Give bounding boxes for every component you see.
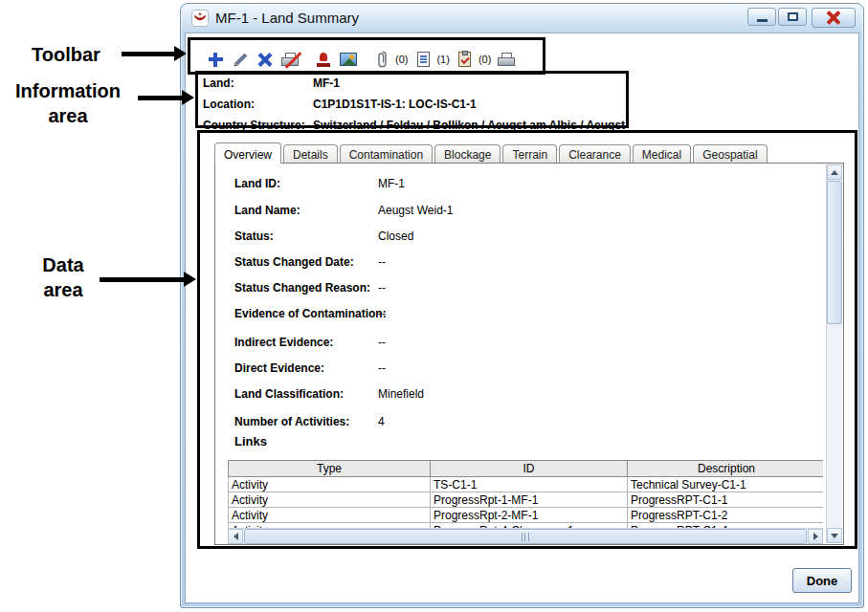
vertical-scrollbar-thumb[interactable] [827, 181, 842, 324]
maximize-button[interactable] [778, 8, 807, 26]
field-value: 4 [378, 415, 385, 428]
application-icon [191, 10, 209, 27]
annotation-information-arrow [138, 96, 182, 100]
field-row-number-of-activities: Number of Activities: 4 [234, 415, 809, 430]
overview-tab-panel: Land ID: MF-1 Land Name: Aeugst Weid-1 S… [214, 163, 844, 545]
delete-x-icon [258, 53, 273, 67]
links-row[interactable]: Activity ProgressRpt-1-MF-1 ProgressRPT-… [229, 492, 824, 508]
vertical-scrollbar[interactable] [826, 164, 842, 543]
scroll-up-button[interactable] [827, 164, 842, 180]
done-button[interactable]: Done [792, 568, 852, 593]
field-row-land-name: Land Name: Aeugst Weid-1 [234, 204, 809, 219]
field-value: -- [378, 361, 386, 375]
minimize-button[interactable] [747, 8, 776, 26]
field-label: Status Changed Date: [234, 255, 354, 269]
add-record-button[interactable] [203, 47, 228, 72]
field-row-evidence-of-contamination: Evidence of Contamination: -- [234, 307, 809, 322]
reports-count-badge: (1) [436, 54, 449, 65]
minimize-icon [757, 19, 768, 22]
links-cell-id: TS-C1-1 [431, 477, 628, 492]
close-button[interactable] [812, 8, 856, 28]
tasks-count-badge: (0) [479, 54, 491, 65]
links-cell-description: ProgressRPT-C1-1 [628, 492, 824, 508]
location-label: Location: [203, 98, 255, 111]
edit-button[interactable] [228, 47, 253, 72]
print-button[interactable] [494, 47, 519, 72]
field-value: -- [378, 307, 386, 320]
annotation-toolbar-label: Toolbar [32, 42, 100, 67]
window-client-area: (0) (1) (0) Land: MF-1 Location: C1P1D1S… [185, 33, 859, 603]
field-label: Land Name: [234, 204, 300, 217]
pencil-icon [233, 52, 249, 68]
stamp-icon [316, 53, 331, 67]
links-heading: Links [234, 434, 267, 448]
field-row-indirect-evidence: Indirect Evidence: -- [234, 336, 809, 351]
field-label: Status Changed Reason: [234, 281, 370, 295]
window-controls [747, 8, 856, 28]
tab-medical[interactable]: Medical [633, 144, 691, 163]
close-icon [826, 11, 841, 25]
country-structure-label: Country Structure: [203, 119, 305, 132]
reports-button[interactable] [411, 47, 435, 72]
field-label: Direct Evidence: [234, 361, 324, 375]
field-label: Number of Activities: [234, 415, 349, 428]
links-cell-description: Technical Survey-C1-1 [628, 477, 824, 492]
tab-details[interactable]: Details [283, 144, 338, 163]
tab-geospatial[interactable]: Geospatial [693, 144, 767, 163]
links-header-row: Type ID Description [229, 461, 824, 477]
tab-clearance[interactable]: Clearance [559, 144, 631, 163]
field-label: Land Classification: [234, 387, 344, 401]
links-column-id[interactable]: ID [431, 461, 628, 477]
attachments-button[interactable] [369, 47, 394, 72]
document-icon [417, 52, 430, 67]
plus-icon [209, 53, 223, 67]
tasks-button[interactable] [453, 47, 478, 72]
annotation-information-line1: Information [0, 78, 136, 103]
up-arrow-icon [831, 170, 838, 175]
field-row-land-id: Land ID: MF-1 [234, 177, 809, 192]
links-column-type[interactable]: Type [229, 461, 431, 477]
tab-terrain[interactable]: Terrain [502, 144, 557, 163]
map-view-button[interactable] [336, 47, 361, 72]
scroll-right-button[interactable] [808, 529, 823, 544]
field-row-status-changed-reason: Status Changed Reason: -- [234, 281, 809, 296]
field-value: Closed [378, 230, 413, 243]
links-table: Type ID Description Activity TS-C1-1 Tec… [228, 460, 823, 528]
annotation-data-arrow [100, 277, 184, 282]
printer-blocked-icon [281, 53, 299, 66]
links-cell-type: Activity [229, 508, 431, 523]
red-slash-icon [285, 52, 302, 69]
info-row-land: Land: MF-1 [203, 76, 835, 92]
field-label: Land ID: [234, 177, 280, 190]
links-row[interactable]: Activity TS-C1-1 Technical Survey-C1-1 [229, 477, 824, 492]
horizontal-scrollbar[interactable] [228, 528, 823, 544]
field-row-direct-evidence: Direct Evidence: -- [234, 361, 809, 377]
links-cell-type: Activity [229, 492, 431, 508]
thumb-grip-icon [522, 533, 529, 541]
tab-strip: Overview Details Contamination Blockage … [214, 142, 769, 163]
paperclip-icon [377, 51, 388, 68]
field-value: -- [378, 255, 386, 269]
links-row[interactable]: Activity ProgressRpt-2-MF-1 ProgressRPT-… [229, 508, 824, 523]
horizontal-scrollbar-thumb[interactable] [244, 529, 807, 544]
annotation-data-line2: area [27, 277, 100, 302]
map-image-icon [340, 53, 357, 66]
approve-button[interactable] [311, 47, 336, 72]
links-cell-id: ProgressRpt-1-MF-1 [431, 492, 628, 508]
tab-overview[interactable]: Overview [214, 142, 281, 164]
tab-blockage[interactable]: Blockage [434, 144, 501, 163]
titlebar[interactable]: MF-1 - Land Summary [181, 4, 863, 33]
left-arrow-icon [234, 533, 238, 540]
delete-button[interactable] [253, 47, 278, 72]
links-column-description[interactable]: Description [628, 461, 824, 477]
scroll-down-button[interactable] [827, 528, 842, 543]
print-preview-button[interactable] [278, 47, 302, 72]
info-row-location: Location: C1P1D1S1T-IS-1: LOC-IS-C1-1 [203, 98, 835, 113]
scroll-left-button[interactable] [228, 529, 243, 544]
down-arrow-icon [831, 534, 838, 538]
clipboard-icon [458, 52, 471, 67]
attachments-count-badge: (0) [395, 54, 408, 65]
tab-contamination[interactable]: Contamination [340, 144, 433, 163]
field-value: Minefield [378, 387, 424, 401]
annotation-toolbar-arrow [122, 52, 174, 56]
